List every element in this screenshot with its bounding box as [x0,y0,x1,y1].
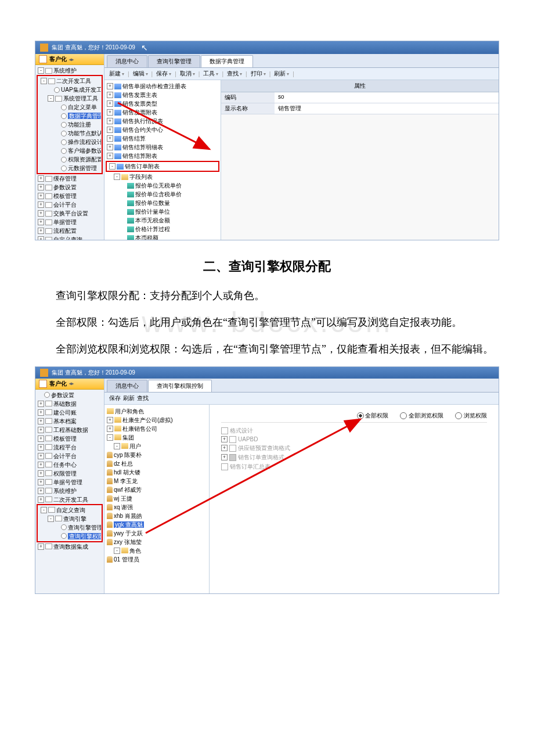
checkbox-icon[interactable] [229,445,236,452]
tree-expand-icon[interactable]: - [48,516,54,522]
main-tabs[interactable]: 消息中心查询引擎管理数据字典管理 [104,54,499,68]
sidebar-item[interactable]: 权限资源配置 [38,155,101,164]
sidebar-item[interactable]: +模板管理 [35,434,104,443]
dict-tree-item[interactable]: 报价单位含税单价 [104,190,221,199]
org-item[interactable]: -集团 [104,433,209,442]
tree-expand-icon[interactable]: + [107,118,113,124]
sidebar-item[interactable]: +自定义查询 [35,235,104,240]
tree-expand-icon[interactable]: + [38,427,44,433]
dict-tree-item[interactable]: 报价单位数量 [104,199,221,207]
tree-expand-icon[interactable]: + [107,153,113,159]
sidebar-item[interactable]: 客户端参数设置 [38,146,101,155]
toolbar-button[interactable]: 取消 ▾ [180,70,195,78]
data-dict-tree[interactable]: +销售单据动作检查注册表+销售发票主表+销售发票类型+销售发票附表+销售执行情况… [104,80,221,240]
dict-tree-item[interactable]: +销售结算明细表 [104,143,221,152]
toolbar-button[interactable]: 刷新 ▾ [274,70,289,78]
sidebar-item[interactable]: 功能注册 [38,120,101,129]
toolbar[interactable]: 新建 ▾|编辑 ▾|保存 ▾|取消 ▾|工具 ▾|查找 ▾|打印 ▾|刷新 ▾| [104,68,499,80]
checkbox-icon[interactable] [221,463,228,470]
dict-tree-item[interactable]: 本币税额 [104,233,221,240]
sidebar-item[interactable]: -系统管理工具 [38,94,101,103]
sidebar-item[interactable]: UAP集成开发工具 [38,85,101,94]
dict-tree-item[interactable]: 本币无税金额 [104,216,221,225]
tree-expand-icon[interactable]: + [221,445,228,451]
sidebar-item[interactable]: +缓存管理 [35,174,104,183]
toolbar-button[interactable]: 刷新 [123,394,135,402]
user-group[interactable]: -用户 [104,442,209,451]
dict-tree-item[interactable]: +销售发票主表 [104,91,221,99]
perm-item[interactable]: + 销售订单查询格式 [221,453,487,462]
tab[interactable]: 消息中心 [107,55,147,67]
tree-expand-icon[interactable]: + [38,409,44,416]
property-value[interactable]: 销售管理 [275,103,499,114]
sidebar-item[interactable]: 功能节点默认模 [38,129,101,138]
tree-expand-icon[interactable]: - [114,174,120,180]
tree-expand-icon[interactable]: + [107,426,113,432]
sidebar-item[interactable]: +交换平台设置 [35,209,104,218]
tree-expand-icon[interactable]: + [38,479,44,485]
sidebar-item[interactable]: 数据字典管理 [38,111,101,120]
tab[interactable]: 查询引擎权限控制 [148,380,212,392]
tree-expand-icon[interactable]: - [38,67,44,74]
tree-expand-icon[interactable]: + [38,219,44,225]
toolbar-button[interactable]: 查找 ▾ [227,70,242,78]
dict-tree-item[interactable]: +销售发票类型 [104,99,221,108]
sidebar-item[interactable]: +建公司账 [35,408,104,417]
tree-expand-icon[interactable]: + [38,401,44,407]
tree-expand-icon[interactable]: + [107,83,113,89]
user-role-tree[interactable]: 用户和角色+杜康生产公司(虚拟)+杜康销售公司-集团-用户cyp 陈要朴dz 杜… [104,405,210,593]
tree-expand-icon[interactable]: + [221,436,228,442]
user-item[interactable]: wj 王捷 [104,494,209,503]
dict-tree-item[interactable]: +销售结算 [104,134,221,143]
role-item[interactable]: 01 管理员 [104,555,209,564]
tree-expand-icon[interactable]: + [107,100,113,107]
tree-expand-icon[interactable]: + [107,135,113,142]
tree-expand-icon[interactable]: - [41,507,47,513]
tree-expand-icon[interactable]: - [48,95,54,102]
user-item[interactable]: ywy 于文跃 [104,529,209,538]
sidebar-item[interactable]: +工程基础数据 [35,426,104,434]
tab[interactable]: 消息中心 [107,380,147,392]
checkbox-icon[interactable] [229,436,236,443]
org-item[interactable]: +杜康生产公司(虚拟) [104,416,209,424]
sidebar-item[interactable]: 自定义菜单 [38,103,101,111]
user-item[interactable]: qwf 祁威芳 [104,485,209,494]
toolbar-button[interactable]: 打印 ▾ [251,70,266,78]
tree-expand-icon[interactable]: + [38,453,44,459]
sidebar-item[interactable]: 操作流程设计 [38,138,101,146]
tree-expand-icon[interactable]: + [38,193,44,199]
tree-expand-icon[interactable]: + [38,184,44,190]
tree-expand-icon[interactable]: + [221,454,228,460]
dict-tree-item[interactable]: +销售发票附表 [104,108,221,117]
tab[interactable]: 数据字典管理 [201,55,253,67]
sidebar-item[interactable]: +单据号管理 [35,478,104,487]
tree-expand-icon[interactable]: + [107,109,113,116]
sidebar-item[interactable]: 查询引擎权限控制 [38,532,101,541]
radio-option[interactable]: 全部浏览权限 [400,412,443,420]
tree-expand-icon[interactable]: + [38,470,44,477]
sidebar-item[interactable]: +任务中心 [35,460,104,469]
sidebar-item[interactable]: +基础数据 [35,399,104,408]
tree-expand-icon[interactable]: + [107,92,113,98]
dict-tree-item[interactable]: +销售单据动作检查注册表 [104,82,221,91]
dict-tree-item[interactable]: +销售执行情况表 [104,117,221,125]
sidebar-header[interactable]: 客户化 ◂▸ [35,379,104,390]
sidebar-item[interactable]: +流程配置 [35,226,104,235]
dict-tree-item[interactable]: +销售结算附表 [104,152,221,160]
perm-item[interactable]: 销售订单汇总表 [221,462,487,471]
property-value[interactable]: so [275,92,499,103]
tree-expand-icon[interactable]: + [38,228,44,234]
sidebar-item[interactable]: +系统维护 [35,487,104,495]
tree-expand-icon[interactable]: + [38,236,44,240]
tree-expand-icon[interactable]: + [38,418,44,424]
sidebar-item[interactable]: +权限管理 [35,469,104,478]
user-item[interactable]: dz 杜总 [104,459,209,468]
tree-expand-icon[interactable]: + [38,543,44,550]
perm-item[interactable]: + 供应链预置查询格式 [221,444,487,453]
tree-expand-icon[interactable]: + [38,175,44,182]
sidebar-item[interactable]: 查询引擎管理 [38,523,101,532]
tree-expand-icon[interactable]: + [107,127,113,133]
user-item[interactable]: xhb 肖晨皓 [104,512,209,520]
tab[interactable]: 查询引擎管理 [148,55,200,67]
user-item[interactable]: xq 谢强 [104,503,209,512]
